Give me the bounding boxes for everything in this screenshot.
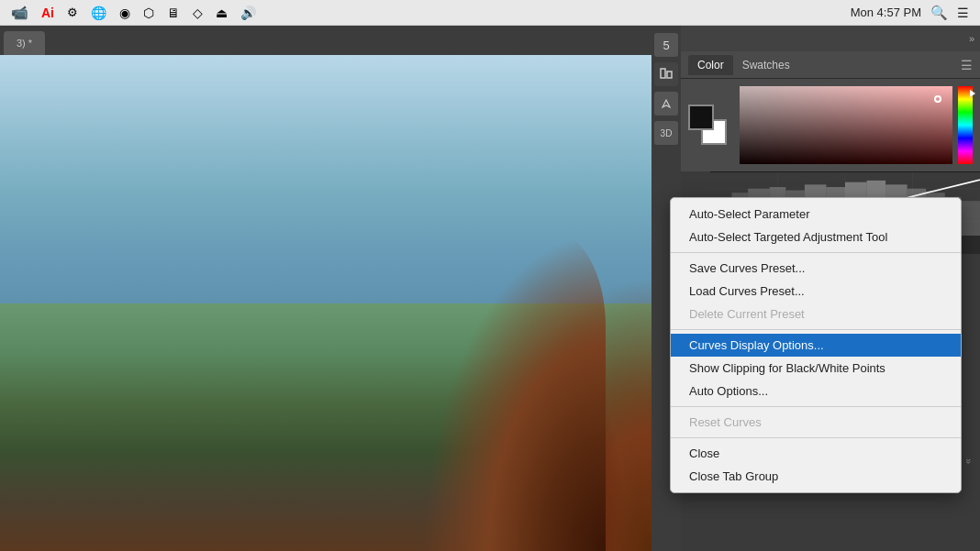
svg-rect-0 (661, 69, 665, 78)
liquify-icon[interactable]: ⬡ (143, 6, 154, 20)
menu-item-close[interactable]: Close (671, 442, 961, 465)
behance-icon[interactable]: ◉ (119, 6, 130, 20)
photo-background (0, 55, 651, 551)
display-icon[interactable]: 🖥 (167, 6, 180, 20)
menubar-time: Mon 4:57 PM (851, 6, 921, 19)
menu-item-curves-display-options[interactable]: Curves Display Options... (671, 334, 961, 357)
color-picker-area (740, 86, 973, 164)
color-gradient-square[interactable] (740, 86, 952, 164)
foreground-color[interactable] (688, 105, 714, 130)
hair-layer-3 (422, 230, 606, 551)
tab-bar: 3) * (0, 26, 651, 55)
volume-icon[interactable]: 🔊 (240, 6, 256, 20)
menubar: 📹 Ai ⚙ 🌐 ◉ ⬡ 🖥 ◇ ⏏ 🔊 Mon 4:57 PM 🔍 ☰ (0, 0, 980, 26)
menubar-left: 📹 Ai ⚙ 🌐 ◉ ⬡ 🖥 ◇ ⏏ 🔊 (11, 5, 256, 21)
menu-item-auto-select-targeted[interactable]: Auto-Select Targeted Adjustment Tool (671, 226, 961, 248)
menu-item-show-clipping[interactable]: Show Clipping for Black/White Points (671, 357, 961, 380)
creative-cloud-icon[interactable]: Ai (41, 6, 54, 20)
menubar-right: Mon 4:57 PM 🔍 ☰ (851, 5, 969, 21)
image-area: 3) * (0, 26, 651, 551)
video-camera-icon[interactable]: 📹 (11, 5, 28, 21)
fg-bg-colors (688, 105, 730, 147)
menu-separator-4 (671, 329, 961, 330)
color-picker-dot (934, 95, 941, 103)
menu-separator-8 (671, 437, 961, 438)
menu-item-delete-current-preset: Delete Current Preset (671, 303, 961, 325)
bottom-expand-chevrons[interactable]: » (963, 458, 974, 464)
hue-slider[interactable] (958, 86, 973, 164)
tab-label: 3) * (17, 38, 32, 49)
hue-indicator (970, 90, 975, 97)
tool-5[interactable]: 5 (654, 33, 678, 57)
typekit-icon[interactable]: ⚙ (67, 6, 78, 19)
tool-selector[interactable] (654, 62, 678, 86)
color-tab[interactable]: Color (688, 55, 733, 75)
swatches-tab[interactable]: Swatches (733, 55, 799, 75)
tool-3d[interactable]: 3D (654, 121, 678, 145)
document-tab[interactable]: 3) * (4, 31, 45, 55)
panel-options-icon[interactable]: ☰ (961, 58, 973, 72)
svg-rect-1 (667, 72, 672, 78)
context-menu: Auto-Select ParameterAuto-Select Targete… (670, 197, 962, 493)
menu-item-close-tab-group[interactable]: Close Tab Group (671, 465, 961, 488)
menu-item-save-curves-preset[interactable]: Save Curves Preset... (671, 257, 961, 280)
airdrop-icon[interactable]: ◇ (193, 6, 203, 20)
panel-header-row: » (651, 26, 980, 51)
color-swatch-area (681, 79, 980, 171)
menu-separator-1 (671, 252, 961, 253)
expand-chevrons-icon[interactable]: » (969, 33, 974, 44)
bridge-icon[interactable]: 🌐 (91, 6, 106, 20)
notification-icon[interactable]: ☰ (957, 6, 969, 20)
menu-item-auto-options[interactable]: Auto Options... (671, 380, 961, 402)
menu-item-auto-select-param[interactable]: Auto-Select Parameter (671, 203, 961, 226)
menu-item-reset-curves: Reset Curves (671, 411, 961, 434)
color-tab-bar: Color Swatches ☰ (681, 51, 980, 79)
menu-separator-7 (671, 406, 961, 407)
menu-item-load-curves-preset[interactable]: Load Curves Preset... (671, 280, 961, 303)
eject-icon[interactable]: ⏏ (216, 6, 228, 20)
spotlight-icon[interactable]: 🔍 (930, 5, 948, 21)
tool-arrow[interactable] (654, 92, 678, 116)
